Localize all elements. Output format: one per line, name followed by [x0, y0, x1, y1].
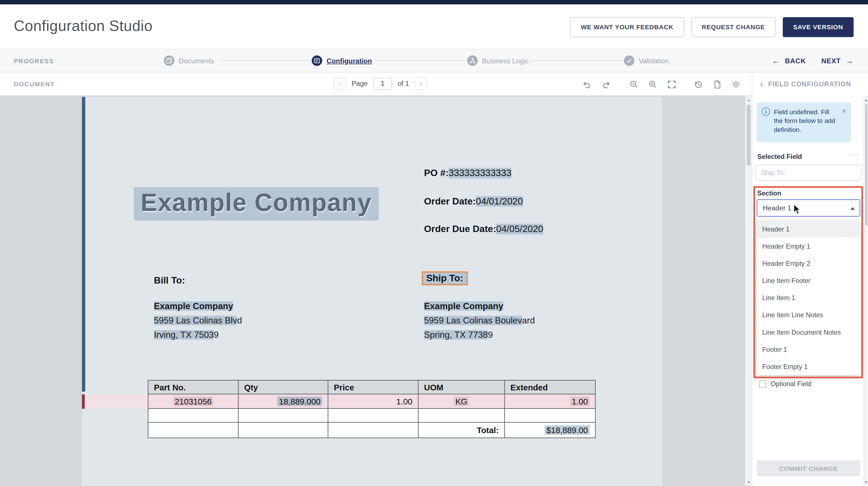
page-count-label: of 1 — [398, 80, 409, 88]
redo-icon[interactable] — [600, 78, 612, 90]
step-documents-label: Documents — [179, 57, 214, 65]
commit-change-button[interactable]: COMMIT CHANGE — [757, 460, 860, 477]
step-validation-label: Validation — [639, 57, 669, 65]
option-header-empty-1[interactable]: Header Empty 1 — [757, 238, 860, 255]
field-configuration-title: FIELD CONFIGURATION — [768, 80, 851, 88]
progress-connector — [374, 60, 467, 61]
page-input[interactable] — [373, 78, 392, 90]
option-line-item-line-notes[interactable]: Line Item Line Notes — [757, 306, 860, 323]
order-date-field[interactable]: Order Date:04/01/2020 — [424, 196, 523, 207]
settings-gear-icon[interactable] — [730, 78, 742, 90]
next-page-button[interactable]: › — [414, 78, 427, 90]
back-arrow-icon: ← — [772, 57, 780, 65]
field-configuration-panel: i Field undefined. Fill the form below t… — [752, 96, 868, 486]
progress-connector — [530, 60, 624, 61]
business-logic-icon — [467, 55, 477, 66]
panel-scrollbar-thumb[interactable] — [865, 104, 867, 225]
collapse-panel-icon[interactable]: ‹ — [760, 79, 763, 89]
document-pages-icon[interactable] — [711, 78, 723, 90]
configuration-icon — [312, 55, 322, 66]
option-line-item-footer[interactable]: Line Item Footer — [757, 272, 860, 289]
panel-scroll-up-icon[interactable]: ▲ — [864, 96, 868, 104]
fit-screen-icon[interactable] — [665, 78, 677, 90]
feedback-button[interactable]: WE WANT YOUR FEEDBACK — [570, 17, 684, 37]
step-configuration[interactable]: Configuration — [312, 55, 372, 66]
panel-scrollbar[interactable]: ▲ ▼ — [864, 96, 868, 486]
col-uom: UOM — [418, 380, 504, 394]
header-actions: WE WANT YOUR FEEDBACK REQUEST CHANGE SAV… — [570, 17, 854, 37]
field-configuration-header: ‹ FIELD CONFIGURATION — [752, 73, 868, 96]
scroll-down-icon[interactable]: ▼ — [746, 478, 752, 486]
part-no-cell[interactable]: 21031056 — [148, 394, 238, 408]
request-change-button[interactable]: REQUEST CHANGE — [691, 17, 776, 37]
bill-to-address[interactable]: Example Company 5959 Las Colinas Blvd Ir… — [154, 299, 242, 342]
page-navigation: ‹ Page of 1 › — [334, 78, 427, 90]
info-icon: i — [762, 108, 770, 116]
close-icon[interactable]: × — [842, 108, 846, 137]
order-due-date-field[interactable]: Order Due Date:04/05/2020 — [424, 224, 544, 235]
panel-scroll-down-icon[interactable]: ▼ — [864, 478, 868, 486]
option-footer-empty-1[interactable]: Footer Empty 1 — [757, 358, 860, 375]
section-select[interactable]: Header 1 — [757, 199, 860, 217]
qty-cell[interactable]: 18,889.000 — [238, 394, 328, 408]
scroll-up-icon[interactable]: ▲ — [746, 96, 752, 104]
option-header-1[interactable]: Header 1 — [757, 221, 860, 238]
step-validation[interactable]: Validation — [624, 55, 669, 66]
back-button[interactable]: ←BACK — [772, 57, 806, 65]
optional-field-row: Optional Field — [759, 380, 811, 388]
option-header-empty-2[interactable]: Header Empty 2 — [757, 255, 860, 272]
optional-field-label: Optional Field — [771, 380, 811, 388]
selected-field-input[interactable] — [755, 165, 861, 180]
col-price: Price — [328, 380, 418, 394]
scrollbar-thumb[interactable] — [747, 105, 751, 166]
col-extended: Extended — [504, 380, 595, 394]
option-footer-1[interactable]: Footer 1 — [757, 341, 860, 358]
document-viewer: Example Company PO #:333333333333 Order … — [0, 96, 752, 486]
page-label: Page — [352, 80, 368, 88]
more-options-icon[interactable]: ··· — [849, 151, 859, 159]
company-title-field[interactable]: Example Company — [134, 187, 379, 221]
documents-icon — [164, 55, 174, 66]
document-scrollbar[interactable]: ▲ ▼ — [745, 96, 752, 486]
chevron-up-icon — [850, 207, 855, 210]
progress-label: PROGRESS — [14, 58, 54, 64]
table-row: 21031056 18,889.000 1.00 KG 1.00 — [148, 394, 595, 408]
line-item-row-marker — [82, 394, 85, 409]
document-label: DOCUMENT — [14, 81, 55, 88]
total-value-cell[interactable]: $18,889.00 — [504, 423, 595, 438]
section-select-value: Header 1 — [763, 204, 791, 212]
step-configuration-label: Configuration — [327, 57, 372, 65]
prev-page-button[interactable]: ‹ — [334, 78, 346, 90]
zoom-in-icon[interactable] — [647, 78, 659, 90]
undo-icon[interactable] — [580, 78, 592, 90]
zoom-out-icon[interactable] — [628, 78, 640, 90]
option-line-item-document-notes[interactable]: Line Item Document Notes — [757, 323, 860, 341]
next-arrow-icon: → — [845, 57, 854, 65]
po-number-field[interactable]: PO #:333333333333 — [424, 168, 512, 179]
ship-to-label-selected[interactable]: Ship To: — [422, 273, 468, 284]
line-item-row-band — [85, 394, 148, 409]
progress-nav: ←BACK NEXT→ — [772, 57, 854, 65]
option-line-item-1[interactable]: Line Item 1 — [757, 289, 860, 306]
total-label: Total: — [418, 423, 504, 438]
price-cell[interactable]: 1.00 — [328, 394, 418, 408]
top-accent-bar — [0, 0, 868, 4]
page-title: Configuration Studio — [14, 18, 153, 35]
main-area: Example Company PO #:333333333333 Order … — [0, 96, 868, 486]
bill-to-label[interactable]: Bill To: — [154, 275, 185, 286]
save-version-button[interactable]: SAVE VERSION — [782, 17, 854, 37]
line-items-table: Part No. Qty Price UOM Extended 21031056… — [148, 380, 596, 438]
step-business-logic[interactable]: Business Logic — [467, 55, 529, 66]
uom-cell[interactable]: KG — [418, 394, 504, 408]
next-button[interactable]: NEXT→ — [822, 57, 854, 65]
configuration-studio-app: Configuration Studio WE WANT YOUR FEEDBA… — [0, 0, 868, 486]
progress-connector — [220, 60, 311, 61]
page-edge-strip — [82, 97, 85, 392]
version-history-icon[interactable] — [692, 78, 704, 90]
extended-cell[interactable]: 1.00 — [504, 394, 595, 408]
ship-to-address[interactable]: Example Company 5959 Las Colinas Bouleva… — [424, 299, 535, 342]
step-business-logic-label: Business Logic — [482, 57, 529, 65]
progress-bar: PROGRESS Documents Configuration Busines… — [0, 49, 868, 73]
step-documents[interactable]: Documents — [164, 55, 214, 66]
optional-field-checkbox[interactable] — [759, 380, 766, 388]
